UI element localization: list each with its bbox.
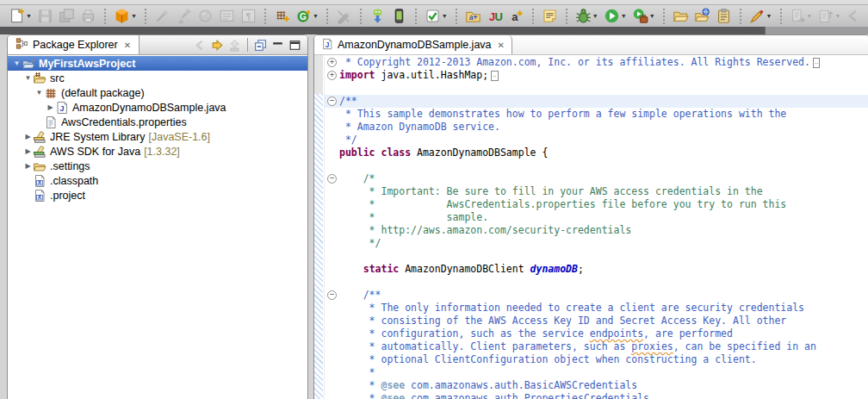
jfile-icon: J xyxy=(55,101,69,115)
code-line: * xyxy=(325,366,868,379)
view-toolbar-separator xyxy=(247,38,248,52)
tree-item-settings[interactable]: ▶.settings xyxy=(8,159,307,173)
external-tools-button[interactable]: ▼ xyxy=(631,7,656,25)
task-note-button[interactable] xyxy=(541,7,559,25)
tree-expander-icon[interactable]: ▼ xyxy=(23,74,33,82)
fold-toggle-icon[interactable]: − xyxy=(325,97,339,106)
tree-item-label: AwsCredentials.properties xyxy=(61,116,187,128)
pilcrow-icon-button: ¶ xyxy=(239,7,257,25)
code-line: * This sample demonstrates how to perfor… xyxy=(325,108,868,121)
code-text: * http://aws.amazon.com/security-credent… xyxy=(339,224,631,237)
tree-item-label: JRE System Library xyxy=(50,131,145,143)
tree-expander-icon[interactable]: ▼ xyxy=(34,89,44,97)
xfile-icon: X xyxy=(33,189,46,203)
code-text: * consisting of the AWS Access Key ID an… xyxy=(339,315,786,327)
save-all-button xyxy=(58,7,76,25)
tree-item-classpath[interactable]: X.classpath xyxy=(8,173,307,188)
tree-item-awscredentials-properties[interactable]: AwsCredentials.properties xyxy=(8,115,307,129)
svg-text:a: a xyxy=(512,10,518,23)
tree-item-label: MyFirstAwsProject xyxy=(39,58,135,70)
debug-button[interactable]: ▼ xyxy=(574,7,599,25)
version-decoration: [1.3.32] xyxy=(144,146,180,158)
svg-text:X: X xyxy=(38,179,42,185)
close-icon[interactable]: ✕ xyxy=(124,41,131,50)
folder-web-button[interactable] xyxy=(693,7,711,25)
fold-toggle-icon[interactable]: − xyxy=(325,290,339,300)
toolbar-separator xyxy=(532,9,534,24)
marker-pen-button[interactable]: ▼ xyxy=(748,7,773,25)
tree-item-amazondynamodbsample-java[interactable]: ▶JAmazonDynamoDBSample.java xyxy=(8,100,307,115)
forward-nav-button[interactable] xyxy=(209,37,226,53)
editor-tab[interactable]: J AmazonDynamoDBSample.java ✕ xyxy=(314,35,512,54)
checkbox-menu-button[interactable]: ▼ xyxy=(424,7,449,25)
minimize-button[interactable] xyxy=(270,37,286,53)
collapse-all-button[interactable] xyxy=(252,37,269,53)
dropdown-arrow-icon: ▼ xyxy=(131,13,137,19)
folder-open-button[interactable] xyxy=(672,7,690,25)
clipboard-button[interactable] xyxy=(715,7,733,25)
code-text: static AmazonDynamoDBClient dynamoDB; xyxy=(339,263,584,276)
close-icon[interactable]: ✕ xyxy=(498,41,505,50)
code-line: * optional ClientConfiguration object wh… xyxy=(325,353,868,366)
run-button[interactable]: ▼ xyxy=(603,7,628,25)
aws-toolkit-button[interactable]: ▼ xyxy=(113,7,138,25)
android-device-manager-button[interactable] xyxy=(390,7,408,25)
code-line: * @see com.amazonaws.auth.PropertiesCred… xyxy=(325,392,868,399)
editor-marker-ruler[interactable] xyxy=(314,55,325,399)
code-text: */ xyxy=(339,237,381,250)
code-text: * Copyright 2012-2013 Amazon.com, Inc. o… xyxy=(339,56,810,69)
folded-region-indicator[interactable]: .. xyxy=(813,58,820,68)
tree-item-label: AWS SDK for Java xyxy=(50,146,140,158)
dropdown-arrow-icon: ▼ xyxy=(649,13,655,19)
tree-item-myfirstawsproject[interactable]: ▼MyFirstAwsProject xyxy=(8,56,307,71)
tree-item-label: .settings xyxy=(50,160,90,172)
green-g-plus-button[interactable]: G▼ xyxy=(294,7,319,25)
code-line: * The only information needed to create … xyxy=(325,302,868,315)
tree-item-label: src xyxy=(50,72,65,84)
tree-expander-icon[interactable]: ▼ xyxy=(12,59,22,67)
code-text: * xyxy=(339,366,375,379)
maximize-button[interactable] xyxy=(287,37,303,53)
folder-a-plus-button[interactable]: a+ xyxy=(464,7,482,25)
new-wizard-button[interactable]: ▼ xyxy=(8,7,33,25)
toolbar-separator xyxy=(780,9,782,24)
fold-toggle-icon[interactable]: + xyxy=(325,58,339,67)
tree-expander-icon[interactable]: ▶ xyxy=(23,147,33,155)
tree-item-project[interactable]: X.project xyxy=(8,188,307,203)
tree-item-aws-sdk-for-java[interactable]: ▶AWS SDK for Java[1.3.32] xyxy=(8,144,307,159)
toolbar-group xyxy=(365,7,412,25)
tree-item-default-package[interactable]: ▼(default package) xyxy=(8,85,307,100)
dropdown-arrow-icon: ▼ xyxy=(807,13,813,19)
toolbar-separator xyxy=(663,9,665,24)
code-text: * The only information needed to create … xyxy=(339,302,804,315)
svg-text:X: X xyxy=(38,194,42,200)
dropdown-arrow-icon: ▼ xyxy=(313,13,319,19)
code-line: * consisting of the AWS Access Key ID an… xyxy=(325,315,868,327)
tree-expander-icon[interactable]: ▶ xyxy=(23,133,33,140)
svg-text:G: G xyxy=(300,12,307,22)
tree-item-jre-system-library[interactable]: ▶JRE System Library[JavaSE-1.6] xyxy=(8,129,307,144)
svg-text:U: U xyxy=(494,10,502,23)
version-decoration: [JavaSE-1.6] xyxy=(148,131,210,143)
grid-plus-button[interactable] xyxy=(273,7,291,25)
android-sdk-manager-button[interactable] xyxy=(369,7,387,25)
junit-button[interactable]: JU xyxy=(486,7,504,25)
fold-toggle-icon[interactable]: + xyxy=(325,71,339,80)
file-icon xyxy=(44,115,58,129)
tree-expander-icon[interactable]: ▶ xyxy=(46,103,55,111)
code-editor-area[interactable]: + * Copyright 2012-2013 Amazon.com, Inc.… xyxy=(325,55,868,399)
a-plus-button[interactable]: a xyxy=(507,7,525,25)
tree-expander-icon[interactable]: ▶ xyxy=(23,162,33,170)
package-explorer-icon xyxy=(16,37,28,53)
dropdown-arrow-icon: ▼ xyxy=(621,13,627,19)
tree-item-src[interactable]: ▼src xyxy=(8,71,307,85)
code-line: + * Copyright 2012-2013 Amazon.com, Inc.… xyxy=(325,56,868,69)
fold-toggle-icon[interactable]: − xyxy=(325,174,339,184)
code-line: * Amazon DynamoDB service. xyxy=(325,121,868,134)
folded-region-indicator[interactable]: .. xyxy=(491,71,498,81)
toolbar-group: G▼ xyxy=(270,7,323,25)
xfile-icon: X xyxy=(33,174,46,188)
package-explorer-tab[interactable]: Package Explorer ✕ xyxy=(8,35,140,54)
code-text: public class AmazonDynamoDBSample { xyxy=(339,147,548,159)
code-text: */ xyxy=(339,134,357,147)
